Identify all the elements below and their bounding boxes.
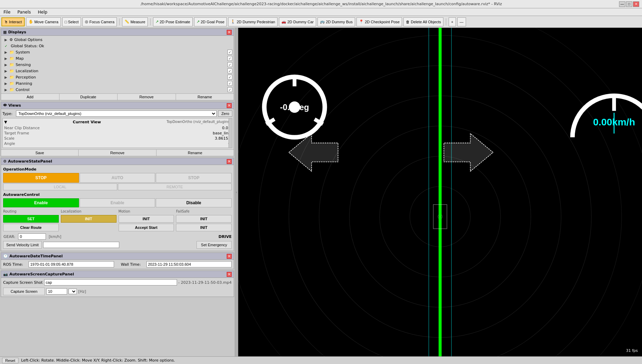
gear-input[interactable] xyxy=(18,233,46,240)
cursor-icon: 🖱 xyxy=(4,20,8,24)
menu-file[interactable]: File xyxy=(2,9,12,15)
restore-button[interactable]: □ xyxy=(626,1,632,7)
tree-check-icon: ✓ xyxy=(5,44,8,48)
displays-content: ▶ ⚙ Global Options ✓ Global Status: Ok ▶… xyxy=(1,36,234,93)
delete-all-button[interactable]: 🗑 Delete All Objects xyxy=(403,17,443,26)
localization-checkbox[interactable]: ✓ xyxy=(227,68,232,73)
views-rename-button[interactable]: Rename xyxy=(157,150,234,156)
displays-panel-title: ▦ Displays xyxy=(3,30,26,34)
list-item[interactable]: ▶ 📁 Planning ✓ xyxy=(2,80,233,86)
map-checkbox[interactable]: ✓ xyxy=(227,56,232,61)
auto-button[interactable]: AUTO xyxy=(80,173,155,183)
minimize-button[interactable]: — xyxy=(619,1,625,7)
rename-button[interactable]: Rename xyxy=(176,94,234,100)
views-content: Type: TopDownOrtho (rviz_default_plugins… xyxy=(1,109,234,149)
control-checkbox[interactable]: ✓ xyxy=(227,87,232,92)
stop2-button[interactable]: STOP xyxy=(156,173,232,183)
reset-button[interactable]: Reset xyxy=(2,358,18,363)
localization-init-button[interactable]: INIT xyxy=(61,215,117,223)
screenshot-close-button[interactable]: ✕ xyxy=(227,272,232,277)
list-item[interactable]: ▶ 📁 Sensing ✓ xyxy=(2,61,233,68)
enable-active-button[interactable]: Enable xyxy=(3,198,79,207)
sensing-checkbox[interactable]: ✓ xyxy=(227,62,232,67)
send-velocity-button[interactable]: Send Velocity Limit xyxy=(3,241,42,249)
accept-start-button[interactable]: Accept Start xyxy=(119,224,174,231)
current-view-header: ▼ Current View TopDownOrtho (rviz_defaul… xyxy=(4,120,231,124)
tree-arrow-icon: ▶ xyxy=(5,57,8,60)
views-remove-button[interactable]: Remove xyxy=(79,150,156,156)
move-camera-button[interactable]: ✋ Move Camera xyxy=(26,17,61,26)
folder-icon: 📁 xyxy=(9,56,14,61)
list-item[interactable]: ▶ 📁 Control ✓ xyxy=(2,86,233,93)
datetime-content: ROS Time: Wall Time: xyxy=(1,260,234,269)
planning-checkbox[interactable]: ✓ xyxy=(227,81,232,86)
dummy-bus-button[interactable]: 🚌 2D Dummy Bus xyxy=(318,17,355,26)
velocity-input[interactable] xyxy=(43,242,119,248)
interact-button[interactable]: 🖱 Interact xyxy=(1,17,25,26)
datetime-close-button[interactable]: ✕ xyxy=(227,254,232,259)
focus-camera-button[interactable]: ◎ Focus Camera xyxy=(82,17,117,26)
menu-help[interactable]: Help xyxy=(37,9,49,15)
system-checkbox[interactable]: ✓ xyxy=(227,50,232,55)
folder-icon: 📁 xyxy=(9,75,14,80)
folder-icon: 📁 xyxy=(9,50,14,55)
disable-button[interactable]: Disable xyxy=(156,198,232,207)
toolbar-minus-button[interactable]: — xyxy=(457,17,466,26)
fps-indicator: 31 fps xyxy=(625,348,639,354)
dummy-car-button[interactable]: 🚗 2D Dummy Car xyxy=(279,17,316,26)
select-icon: □ xyxy=(65,20,67,24)
select-button[interactable]: □ Select xyxy=(62,17,81,26)
measure-button[interactable]: 📏 Measure xyxy=(122,17,148,26)
failsafe-init2-button[interactable]: INIT xyxy=(176,224,232,231)
autoware-state-panel: ⚙ AutowareStatePanel ✕ OperationMode STO… xyxy=(1,158,234,251)
motion-init-button[interactable]: INIT xyxy=(119,215,174,223)
capture-hz-input[interactable] xyxy=(46,288,67,295)
stop-active-button[interactable]: STOP xyxy=(3,173,79,183)
delete-icon: 🗑 xyxy=(406,20,410,24)
duplicate-button[interactable]: Duplicate xyxy=(59,94,118,100)
views-zero-button[interactable]: Zero xyxy=(218,110,232,117)
menu-panels[interactable]: Panels xyxy=(16,9,32,15)
remote-button[interactable]: REMOTE xyxy=(118,183,232,190)
list-item[interactable]: ✓ Global Status: Ok xyxy=(2,43,233,49)
autoware-state-close-button[interactable]: ✕ xyxy=(227,159,232,164)
pose-estimate-button[interactable]: ↗ 2D Pose Estimate xyxy=(153,17,193,26)
wall-time-input[interactable] xyxy=(146,261,232,267)
clear-route-button[interactable]: Clear Route xyxy=(3,224,59,231)
views-panel: 👁 Views ✕ Type: TopDownOrtho (rviz_defau… xyxy=(1,102,234,156)
close-button[interactable]: ✕ xyxy=(633,1,639,7)
views-close-button[interactable]: ✕ xyxy=(227,103,232,108)
checkpoint-pose-button[interactable]: 📍 2D Checkpoint Pose xyxy=(356,17,402,26)
set-emergency-button[interactable]: Set Emergency xyxy=(196,241,232,249)
enable-button[interactable]: Enable xyxy=(80,198,155,207)
near-clip-row: Near Clip Distance 0.01 xyxy=(4,125,231,131)
add-button[interactable]: Add xyxy=(1,94,59,100)
list-item[interactable]: ▶ 📁 Localization ✓ xyxy=(2,68,233,74)
collapse-handle[interactable]: ‹ xyxy=(235,28,238,356)
remove-button[interactable]: Remove xyxy=(118,94,176,100)
local-button[interactable]: LOCAL xyxy=(3,183,117,190)
tree-arrow-icon: ▶ xyxy=(5,63,8,67)
rviz-viewport[interactable]: -0.0deg 0.00km/h 31 fps xyxy=(238,28,642,356)
displays-close-button[interactable]: ✕ xyxy=(227,30,232,35)
failsafe-init1-button[interactable]: INIT xyxy=(176,215,232,223)
ros-time-input[interactable] xyxy=(29,261,114,267)
toolbar-plus-button[interactable]: + xyxy=(449,17,456,26)
list-item[interactable]: ▶ 📁 Map ✓ xyxy=(2,55,233,61)
views-icon: 👁 xyxy=(3,103,7,108)
dummy-pedestrian-button[interactable]: 🚶 2D Dummy Pedestrian xyxy=(228,17,278,26)
views-type-select[interactable]: TopDownOrtho (rviz_default_plugins) xyxy=(16,110,217,117)
screenshot-filename-input[interactable] xyxy=(44,279,177,286)
autoware-state-content: OperationMode STOP AUTO STOP LOCAL REMOT… xyxy=(1,165,234,251)
set-route-button[interactable]: SET xyxy=(3,215,59,223)
list-item[interactable]: ▶ ⚙ Global Options xyxy=(2,36,233,43)
list-item[interactable]: ▶ 📁 System ✓ xyxy=(2,49,233,55)
perception-checkbox[interactable]: ✓ xyxy=(227,75,232,80)
current-view-expand: ▼ xyxy=(4,120,7,124)
goal-pose-button[interactable]: ↗ 2D Goal Pose xyxy=(194,17,227,26)
capture-hz-select[interactable]: ▼ xyxy=(69,289,77,294)
capture-screen-button[interactable]: Capture Screen xyxy=(3,288,45,295)
current-view-section: ▼ Current View TopDownOrtho (rviz_defaul… xyxy=(2,118,232,148)
views-save-button[interactable]: Save xyxy=(1,150,79,156)
list-item[interactable]: ▶ 📁 Perception ✓ xyxy=(2,74,233,80)
